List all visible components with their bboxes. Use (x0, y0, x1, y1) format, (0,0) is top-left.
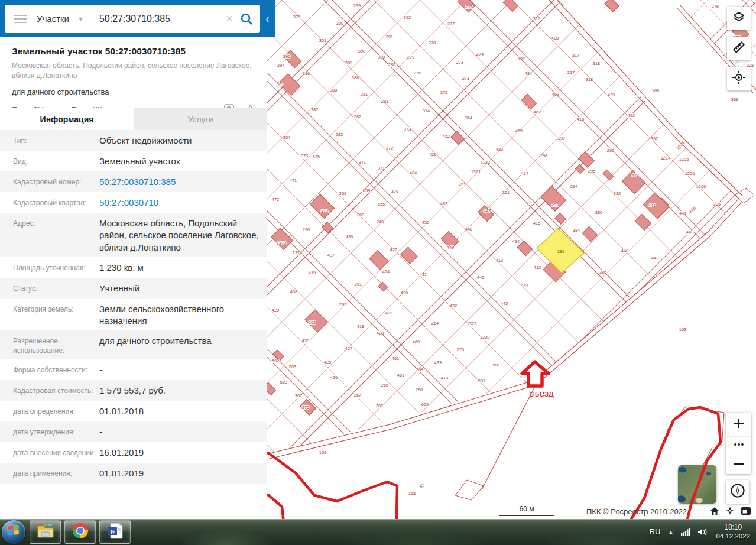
svg-text:424: 424 (382, 269, 390, 274)
chevron-down-icon[interactable]: ▼ (77, 15, 84, 22)
svg-text:414: 414 (512, 239, 520, 244)
windows-logo-icon (8, 525, 20, 539)
svg-text:492: 492 (628, 113, 635, 118)
row-value-link[interactable]: 50:27:0030710:385 (99, 176, 260, 189)
svg-text:471: 471 (290, 178, 297, 183)
svg-text:436: 436 (346, 234, 353, 239)
highlighted-parcel-385 (537, 228, 584, 273)
layers-button[interactable] (727, 7, 751, 30)
svg-text:673: 673 (301, 153, 309, 158)
zoom-out-button[interactable] (726, 450, 751, 474)
svg-text:267: 267 (376, 403, 384, 408)
svg-text:369: 369 (731, 97, 739, 102)
svg-text:266: 266 (381, 382, 389, 388)
table-row: Кадастровая стоимость:1 579 553,7 руб. (0, 380, 267, 401)
ruler-icon (732, 41, 745, 56)
svg-text:461: 461 (397, 372, 405, 378)
svg-text:429: 429 (608, 92, 615, 98)
search-input[interactable]: 50:27:30710:385 (99, 14, 226, 24)
svg-text:1132: 1132 (481, 160, 490, 165)
svg-text:419: 419 (309, 270, 316, 275)
svg-text:501: 501 (478, 378, 486, 384)
table-row: дата определения:01.01.2018 (0, 401, 267, 421)
svg-text:268: 268 (416, 367, 424, 372)
folder-icon (37, 523, 54, 541)
ruler-button[interactable] (727, 37, 751, 60)
svg-text:361: 361 (502, 190, 510, 195)
svg-text:317: 317 (567, 70, 575, 75)
svg-text:461: 461 (392, 356, 400, 361)
svg-text:1329: 1329 (467, 321, 477, 326)
svg-text:387: 387 (277, 81, 284, 86)
svg-text:429: 429 (385, 310, 393, 316)
compass-button[interactable] (726, 480, 749, 504)
svg-text:316: 316 (533, 16, 541, 21)
tab-services[interactable]: Услуги (134, 108, 267, 130)
svg-text:307: 307 (295, 393, 303, 398)
menu-icon[interactable] (14, 12, 27, 25)
search-category-dropdown[interactable]: Участки (37, 14, 69, 24)
svg-text:278: 278 (429, 40, 436, 46)
table-row: Статус:Учтенный (0, 278, 267, 299)
svg-text:438: 438 (290, 289, 298, 294)
zoom-levels-button[interactable] (726, 436, 751, 450)
row-value: 01.01.2018 (99, 405, 260, 418)
screen: 3763002993013923913903903893883882812813… (0, 0, 756, 545)
volume-icon[interactable] (698, 528, 708, 536)
start-button[interactable] (2, 520, 25, 544)
svg-text:364: 364 (465, 115, 473, 121)
entrance-label: въезд (529, 388, 554, 398)
chrome-taskbar-button[interactable] (64, 520, 96, 544)
svg-text:388: 388 (330, 87, 338, 93)
explorer-taskbar-button[interactable] (30, 520, 61, 544)
svg-text:441: 441 (679, 210, 687, 216)
svg-text:371: 371 (378, 166, 385, 171)
svg-text:318: 318 (586, 77, 593, 82)
svg-text:274: 274 (476, 51, 484, 57)
language-indicator[interactable]: RU (650, 527, 661, 536)
row-label: дата применения: (13, 468, 99, 480)
collapse-panel-button[interactable]: ‹ (265, 11, 274, 26)
svg-text:267: 267 (354, 392, 362, 398)
svg-text:417: 417 (521, 171, 529, 176)
cadastral-map[interactable]: 3763002993013923913903903893883882812813… (267, 0, 756, 519)
svg-text:293: 293 (551, 202, 559, 207)
info-rows: Тип:Объект недвижимостиВид:Земельный уча… (0, 130, 267, 484)
clock[interactable]: 18:10 04.12.2022 (716, 523, 750, 541)
svg-text:465: 465 (515, 128, 523, 134)
svg-text:W: W (109, 528, 116, 535)
svg-text:520: 520 (457, 347, 465, 352)
row-label: Кадастровый номер: (13, 176, 99, 189)
table-row: дата внесения сведений:16.01.2019 (0, 442, 267, 463)
svg-text:312: 312 (321, 209, 329, 214)
svg-text:427: 427 (345, 346, 353, 351)
svg-text:418: 418 (357, 324, 365, 329)
clear-search-icon[interactable]: × (226, 12, 233, 25)
row-value: Московская область, Подольский район, се… (99, 218, 260, 254)
search-header: Участки ▼ 50:27:30710:385 × ‹ (0, 0, 275, 37)
svg-text:450: 450 (422, 220, 430, 225)
network-icon[interactable] (681, 528, 690, 536)
svg-text:442: 442 (686, 229, 694, 235)
word-taskbar-button[interactable]: W (99, 520, 131, 544)
show-hidden-icons[interactable]: ▲ (669, 529, 674, 535)
svg-text:448: 448 (688, 206, 697, 215)
locate-button[interactable] (727, 67, 751, 90)
zoom-in-button[interactable] (726, 413, 751, 436)
svg-text:297: 297 (558, 135, 566, 141)
svg-text:675: 675 (313, 154, 320, 160)
fullscreen-icon[interactable] (741, 507, 751, 515)
search-button[interactable] (240, 12, 253, 25)
svg-text:389: 389 (345, 60, 353, 66)
svg-text:464: 464 (518, 56, 525, 61)
tab-information[interactable]: Информация (0, 108, 134, 130)
system-tray: RU ▲ 18:10 04.12.2022 (650, 523, 756, 541)
home-icon[interactable] (710, 507, 719, 515)
row-value-link[interactable]: 50:27:0030710 (99, 197, 260, 209)
row-value: 16.01.2019 (99, 447, 260, 459)
svg-text:1205: 1205 (679, 157, 689, 162)
position-icon[interactable] (726, 507, 734, 515)
svg-text:451: 451 (459, 182, 466, 187)
svg-text:501: 501 (493, 362, 501, 368)
minimap-satellite-thumbnail[interactable] (678, 465, 716, 504)
